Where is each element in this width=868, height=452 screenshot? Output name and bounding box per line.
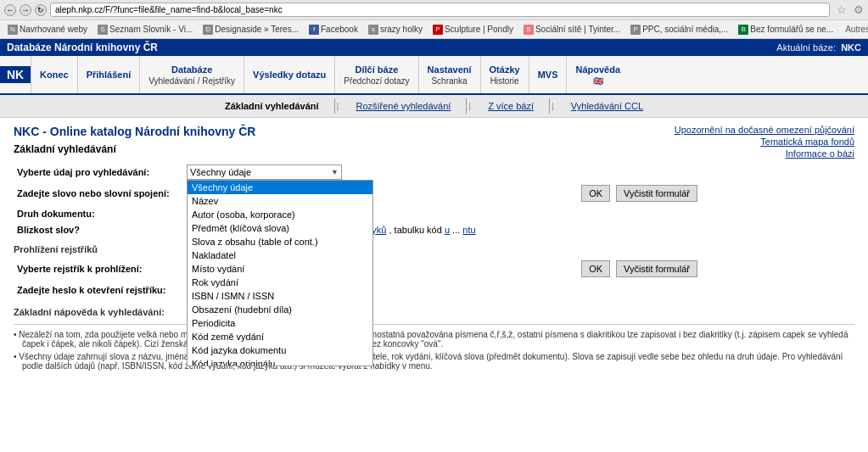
prohlizeni-form: Vyberte rejstřík k prohlížení: OK Vyčist… (14, 258, 854, 300)
dropdown-arrow-icon: ▼ (331, 168, 339, 176)
nav-databaze[interactable]: Databáze Vyhledávání / Rejstříky (140, 56, 244, 93)
facebook-favicon: f (309, 25, 319, 35)
flag-icon: 🇬🇧 (593, 76, 603, 86)
bookmark-facebook[interactable]: f Facebook (305, 24, 362, 36)
zadejte-buttons: OK Vyčistit formulář (574, 182, 854, 204)
vyberte-row: Vyberte údaj pro vyhledávání: Všechny úd… (14, 162, 854, 182)
nav-dilci[interactable]: Dílčí báze Předchozí dotazy (335, 56, 418, 93)
page-title: NKC - Online katalog Národní knihovny ČR (14, 125, 255, 138)
informace-link[interactable]: Informace o bázi (675, 148, 854, 159)
nav-konec[interactable]: Konec (31, 56, 78, 93)
dropdown-list: Všechny údaje Název Autor (osoba, korpor… (187, 180, 373, 366)
help-bullet-1: Všechny údaje zahrnují slova z názvu, jm… (14, 352, 854, 371)
nav-mvs[interactable]: MVS (529, 56, 568, 93)
untu-link[interactable]: ntu (462, 225, 475, 235)
ppc-favicon: P (630, 25, 641, 35)
option-kodjazyka-orig[interactable]: Kód jazyka originálu (188, 357, 372, 366)
tab-zvice[interactable]: Z více bází (473, 98, 550, 114)
tab-rozsirene[interactable]: Rozšířené vyhledávání (340, 98, 467, 114)
option-autor[interactable]: Autor (osoba, korporace) (188, 208, 372, 221)
site-title: Databáze Národní knihovny ČR (7, 42, 158, 53)
heslo-label: Zadejte heslo k otevření rejstříku: (14, 280, 183, 300)
blizk-label: Blizkost slov? (14, 222, 183, 237)
tabs-row: Základní vyhledávání | Rozšířené vyhledá… (0, 95, 868, 118)
nav-napoveda[interactable]: Nápověda 🇬🇧 (567, 56, 629, 93)
help-bullet-0: Nezáleží na tom, zda použijete velká neb… (14, 330, 854, 349)
napoveda-title: Základní nápověda k vyhledávání: (14, 307, 854, 317)
vyberte-label: Vyberte údaj pro vyhledávání: (14, 162, 183, 182)
search-form: Vyberte údaj pro vyhledávání: Všechny úd… (14, 162, 854, 237)
main-content: NKC - Online katalog Národní knihovny ČR… (0, 118, 868, 381)
forward-button[interactable]: → (20, 4, 31, 16)
sculpture-favicon: P (433, 25, 443, 35)
option-misto[interactable]: Místo vydání (188, 262, 372, 276)
navrhowane-favicon: N (8, 25, 18, 35)
right-links: Upozornění na dočasné omezení půjčování … (675, 125, 854, 160)
bookmark-sculpture[interactable]: P Sculpture | Pondly (428, 24, 518, 36)
zadejte-row: Zadejte slovo nebo slovní spojení: OK Vy… (14, 182, 854, 204)
option-kodzeme[interactable]: Kód země vydání (188, 330, 372, 343)
bookmark-socialni[interactable]: S Sociální sítě | Tyinter... (519, 24, 624, 36)
clear-button[interactable]: Vyčistit formulář (616, 185, 697, 202)
prohlizeni-title: Prohlížení rejstříků (14, 244, 854, 254)
site-header: Databáze Národní knihovny ČR Aktuální bá… (0, 39, 868, 56)
option-vsechny[interactable]: Všechny údaje (188, 181, 372, 194)
option-isbn[interactable]: ISBN / ISMN / ISSN (188, 289, 372, 303)
refresh-button[interactable]: ↻ (35, 4, 47, 16)
druh-label: Druh dokumentu: (14, 204, 183, 222)
help-section: Nezáleží na tom, zda použijete velká neb… (14, 324, 854, 371)
tematicka-link[interactable]: Tematická mapa fondů (675, 137, 854, 147)
vyberte-cell: Všechny údaje ▼ Všechny údaje Název Auto… (183, 162, 574, 182)
nav-vysledky[interactable]: Výsledky dotazu (244, 56, 335, 93)
option-kodjazyka[interactable]: Kód jazyka dokumentu (188, 343, 372, 357)
prohlizeni-clear-button[interactable]: Vyčistit formulář (616, 260, 697, 277)
back-button[interactable]: ← (4, 4, 16, 16)
heslo-row: Zadejte heslo k otevření rejstříku: (14, 280, 854, 300)
option-slova[interactable]: Slova z obsahu (table of cont.) (188, 235, 372, 248)
bookmark-seznam[interactable]: S Seznam Slovník - Vi... (93, 24, 197, 36)
nav-nastaveni[interactable]: Nastavení Schranka (419, 56, 481, 93)
tab-zakladni[interactable]: Základní vyhledávání (210, 98, 335, 114)
rejstrik-vyberte-buttons: OK Vyčistit formulář (574, 258, 854, 280)
option-obsazeni[interactable]: Obsazení (hudební díla) (188, 303, 372, 316)
option-nazev[interactable]: Název (188, 194, 372, 208)
seznam-favicon: S (98, 25, 108, 35)
option-nakladatel[interactable]: Nakladatel (188, 248, 372, 262)
bookmark-srazy[interactable]: s srazy holky (364, 24, 427, 36)
bookmark-ppc[interactable]: P PPC, sociální média,... (626, 24, 732, 36)
settings-icon[interactable]: ⚙ (854, 3, 864, 16)
vyberte-select[interactable]: Všechny údaje ▼ (187, 165, 342, 180)
aktualni-baze: Aktuální báze: NKC (776, 42, 861, 53)
nav-otazky[interactable]: Otázky Historie (481, 56, 529, 93)
blizk-row: Blizkost slov? Pro další informace použi… (14, 222, 854, 237)
zadejte-label: Zadejte slovo nebo slovní spojení: (14, 182, 183, 204)
section-title: Základní vyhledávání (14, 143, 255, 155)
bookmark-navrhowane[interactable]: N Navrhované weby (3, 24, 92, 36)
bookmark-designaside[interactable]: D Designaside » Teres... (199, 24, 303, 36)
vyberte-dropdown-container: Všechny údaje ▼ Všechny údaje Název Auto… (187, 165, 342, 180)
kodu-link[interactable]: u (445, 225, 450, 235)
browser-chrome: ← → ↻ ☆ ⚙ (0, 0, 868, 20)
nav-prihlaseni[interactable]: Přihlášení (78, 56, 141, 93)
rejstrik-vyberte-label: Vyberte rejstřík k prohlížení: (14, 258, 183, 280)
prohlizeni-ok-button[interactable]: OK (581, 260, 610, 277)
upozorneni-link[interactable]: Upozornění na dočasné omezení půjčování (675, 125, 854, 135)
option-predmet[interactable]: Předmět (klíčová slova) (188, 221, 372, 235)
option-periodicita[interactable]: Periodicita (188, 316, 372, 330)
logo: NK (0, 66, 31, 83)
star-icon[interactable]: ☆ (837, 3, 847, 16)
bookmark-more[interactable]: Autres favo (841, 24, 868, 35)
druh-row: Druh dokumentu: pouze dokumenty v češtin… (14, 204, 854, 222)
bookmark-bezformularu[interactable]: B Bez formulářů se ne... (734, 24, 837, 36)
vyberte-buttons (574, 162, 854, 182)
bezformularu-favicon: B (738, 25, 748, 35)
nav-bar: NK Konec Přihlášení Databáze Vyhledávání… (0, 56, 868, 95)
tab-ccl[interactable]: Vyhledávání CCL (556, 98, 658, 114)
socialni-favicon: S (524, 25, 534, 35)
option-rok[interactable]: Rok vydání (188, 276, 372, 289)
srazy-favicon: s (368, 25, 378, 35)
url-bar[interactable] (50, 3, 830, 17)
ok-button[interactable]: OK (581, 185, 610, 202)
designaside-favicon: D (203, 25, 213, 35)
bookmarks-bar: N Navrhované weby S Seznam Slovník - Vi.… (0, 20, 868, 39)
